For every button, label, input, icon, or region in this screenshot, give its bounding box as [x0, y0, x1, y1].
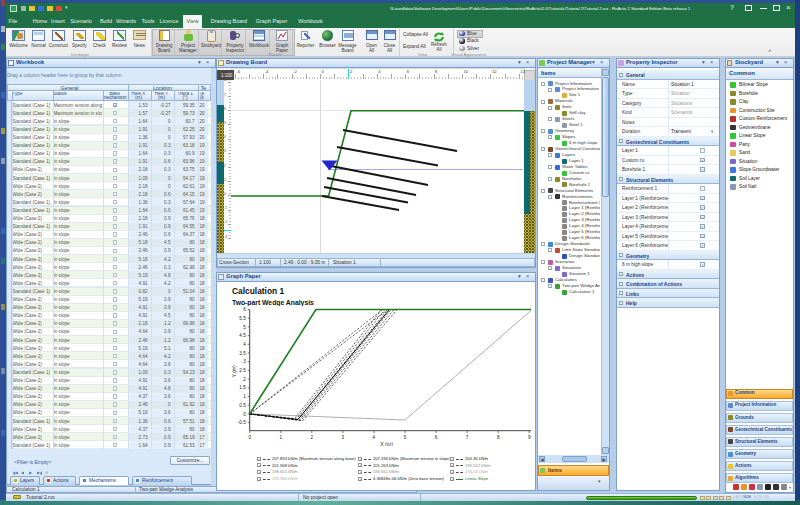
svg-text:4: 4 — [224, 135, 226, 139]
svg-text:0: 0 — [224, 192, 226, 196]
svg-text:8: 8 — [224, 78, 226, 82]
svg-text:2: 2 — [224, 164, 226, 168]
svg-text:12: 12 — [492, 69, 497, 74]
svg-text:3: 3 — [342, 435, 345, 440]
svg-text:7: 7 — [224, 93, 226, 97]
svg-text:3: 3 — [243, 359, 246, 364]
svg-text:14: 14 — [520, 69, 525, 74]
svg-text:2: 2 — [243, 377, 246, 382]
svg-text:5: 5 — [243, 325, 246, 330]
svg-text:4: 4 — [373, 435, 376, 440]
svg-text:-2: -2 — [293, 69, 297, 74]
svg-text:2: 2 — [311, 435, 314, 440]
svg-text:8: 8 — [497, 435, 500, 440]
svg-text:1:100: 1:100 — [221, 73, 233, 78]
svg-text:5.5: 5.5 — [239, 316, 246, 321]
svg-text:3.5: 3.5 — [239, 351, 246, 356]
svg-text:6: 6 — [243, 307, 246, 312]
svg-text:4.5: 4.5 — [239, 333, 246, 338]
svg-text:4: 4 — [243, 342, 246, 347]
svg-text:10: 10 — [464, 69, 469, 74]
svg-text:0: 0 — [243, 412, 246, 417]
svg-text:6: 6 — [435, 435, 438, 440]
svg-text:1.5: 1.5 — [239, 385, 246, 390]
svg-text:-1: -1 — [224, 206, 227, 210]
svg-text:7: 7 — [466, 435, 469, 440]
svg-text:2.5: 2.5 — [239, 368, 246, 373]
svg-text:5: 5 — [404, 435, 407, 440]
svg-text:6: 6 — [224, 107, 226, 111]
svg-text:5: 5 — [224, 121, 226, 125]
svg-text:3: 3 — [224, 149, 226, 153]
svg-text:1: 1 — [243, 394, 246, 399]
svg-text:9: 9 — [528, 435, 531, 440]
svg-text:0.5: 0.5 — [239, 403, 246, 408]
svg-text:-4: -4 — [265, 69, 269, 74]
svg-text:-2: -2 — [224, 220, 227, 224]
svg-text:-6: -6 — [236, 69, 240, 74]
svg-text:X (m): X (m) — [380, 441, 393, 447]
svg-text:-0.5: -0.5 — [238, 420, 246, 425]
svg-text:1: 1 — [224, 178, 226, 182]
svg-text:-3: -3 — [224, 235, 227, 239]
svg-text:1: 1 — [280, 435, 283, 440]
svg-text:0: 0 — [248, 435, 251, 440]
svg-text:Y (m): Y (m) — [232, 365, 238, 377]
